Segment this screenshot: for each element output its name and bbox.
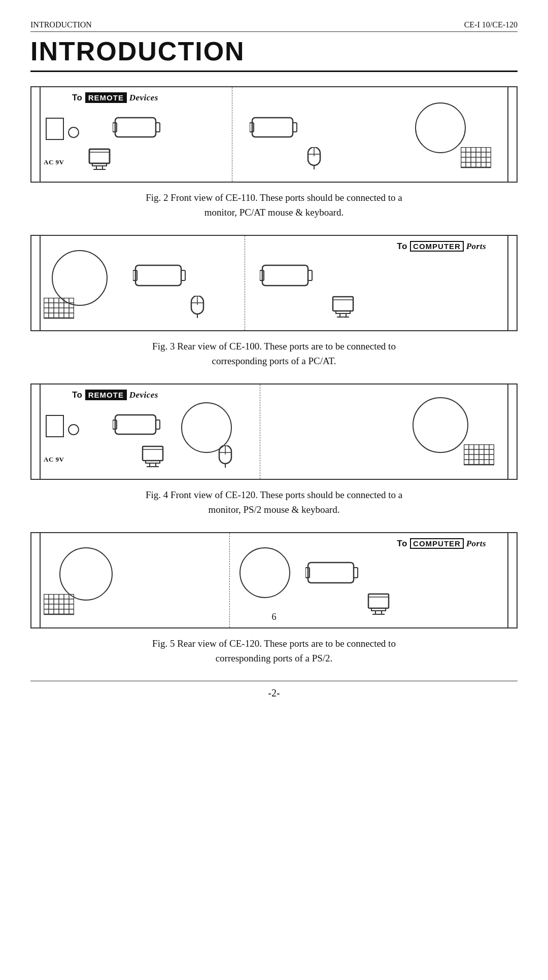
header-left: INTRODUCTION [30,20,92,29]
page-title: INTRODUCTION [30,36,518,72]
bracket-left [31,87,41,182]
bracket-left-3 [31,236,41,330]
to-remote-label-4: To REMOTE Devices [72,390,158,400]
fig5-caption: Fig. 5 Rear view of CE-120. These ports … [30,637,518,666]
figure-3-diagram: To COMPUTER Ports [30,235,518,331]
mouse-icon-4 [217,445,234,468]
bracket-right-5 [507,533,517,627]
page-footer: -2- [30,681,518,699]
svg-rect-7 [115,118,156,137]
bracket-left-5 [31,533,41,627]
svg-rect-82 [308,563,354,583]
monitor-icon-left [87,148,112,170]
large-circle-fig4-right [413,397,468,453]
connector-plug-5 [305,557,361,593]
large-circle-right [415,102,466,153]
dashed-separator-4 [260,384,260,479]
dashed-separator-3 [245,236,245,330]
svg-rect-45 [333,297,353,311]
svg-rect-42 [262,265,308,286]
figure-2-diagram: To REMOTE Devices AC 9V [30,86,518,183]
bracket-right-4 [507,384,517,479]
bracket-left-4 [31,384,41,479]
figure-5-diagram: To COMPUTER Ports 6 [30,532,518,628]
figure-3-section: To COMPUTER Ports [30,235,518,368]
header-right: CE-I 10/CE-120 [464,20,518,29]
grid-port-left-5 [44,594,74,616]
connector-plug-4 [260,260,316,296]
power-rect [46,118,64,140]
small-circle-4 [68,424,79,435]
svg-rect-0 [89,149,110,163]
monitor-icon-3 [331,296,355,318]
grid-port-right [461,147,491,169]
svg-rect-87 [371,608,386,611]
large-circle-left-5 [59,547,113,601]
figure-4-diagram: To REMOTE Devices AC 9V [30,383,518,480]
dashed-separator-1 [232,87,232,182]
svg-rect-85 [368,594,389,608]
figure-5-section: To COMPUTER Ports 6 [30,532,518,666]
to-remote-label: To REMOTE Devices [72,92,158,103]
ac-label: AC 9V [44,158,64,166]
svg-rect-56 [146,461,160,463]
fig4-caption: Fig. 4 Front view of CE-120. These ports… [30,488,518,517]
large-circle-5 [239,547,290,598]
connector-plug-3 [133,260,189,296]
monitor-icon-5 [366,593,391,615]
page-number: -2- [268,687,280,698]
svg-rect-47 [336,311,350,313]
small-circle-1 [68,127,79,138]
to-computer-label-5: To COMPUTER Ports [397,538,486,549]
mouse-icon-3 [189,296,206,318]
bracket-right-3 [507,236,517,330]
svg-rect-26 [135,265,181,286]
header: INTRODUCTION CE-I 10/CE-120 [30,20,518,32]
fig3-caption: Fig. 3 Rear view of CE-100. These ports … [30,339,518,368]
to-computer-label: To COMPUTER Ports [397,241,486,252]
mouse-icon [305,147,323,169]
ac-label-4: AC 9V [44,456,64,464]
grid-port-4 [464,444,494,467]
dashed-separator-5 [229,533,230,627]
figure-5-page-num: 6 [272,612,277,622]
connector-plug-1 [113,113,163,148]
figure-2-section: To REMOTE Devices AC 9V [30,86,518,220]
figure-4-section: To REMOTE Devices AC 9V [30,383,518,517]
svg-rect-10 [252,118,293,137]
fig2-caption: Fig. 2 Front view of CE-110. These ports… [30,191,518,220]
grid-port-left-3 [44,298,74,320]
monitor-icon-4 [141,445,165,468]
bracket-right [507,87,517,182]
svg-rect-54 [143,446,163,461]
connector-plug-2 [250,113,300,148]
svg-rect-3 [92,163,107,166]
svg-rect-1 [89,149,110,163]
power-rect-4 [46,415,64,437]
connector-plug-fig4-1 [113,410,163,445]
svg-rect-51 [115,415,156,434]
